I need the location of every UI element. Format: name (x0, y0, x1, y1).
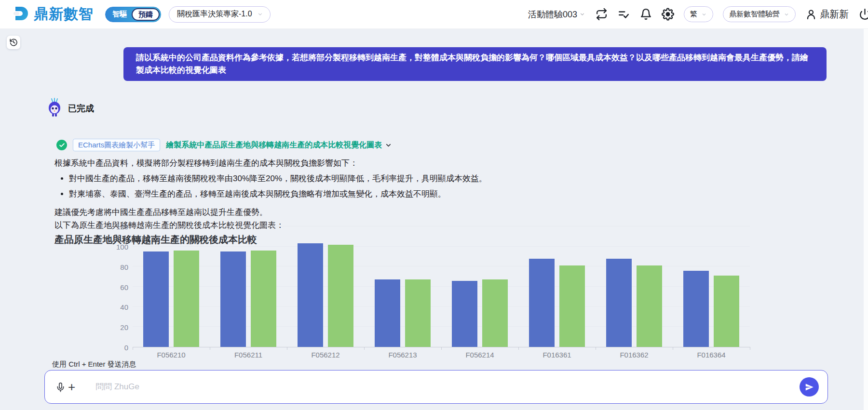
mode-toggle-left[interactable]: 智驅 (107, 10, 132, 19)
bar-blue-series[interactable] (529, 259, 555, 347)
bar-group (441, 226, 518, 347)
bar-group (287, 226, 364, 347)
x-axis-tick (441, 347, 442, 350)
send-button[interactable] (800, 377, 819, 397)
tasks-icon[interactable] (617, 8, 630, 21)
x-tick-label: F016362 (596, 351, 673, 359)
bar-blue-series[interactable] (375, 279, 400, 347)
bar-green-series[interactable] (714, 276, 739, 347)
assistant-status-row: 已完成 (46, 98, 94, 119)
brand-logo[interactable]: 鼎新數智 (13, 4, 94, 24)
x-tick-label: F016361 (518, 351, 596, 359)
y-tick-label: 0 (124, 344, 128, 352)
x-axis-tick (210, 347, 210, 350)
bar-blue-series[interactable] (220, 251, 246, 347)
x-tick-label: F056214 (441, 351, 518, 359)
bar-green-series[interactable] (637, 265, 662, 347)
bar-group (133, 226, 210, 347)
answer-intro: 根據系統中產品資料，模擬將部分製程移轉到越南生產的成本與關稅負擔影響如下： (54, 157, 787, 169)
header-right-group: 活動體驗003 繁 鼎新數智體驗營 (528, 6, 868, 22)
power-icon[interactable] (858, 8, 868, 21)
answer-suggestion: 建議優先考慮將中國生產產品移轉至越南以提升生產優勢。 (54, 206, 787, 218)
chart-x-axis: F056210F056211F056212F056213F056214F0163… (133, 351, 750, 359)
y-tick-label: 60 (120, 283, 128, 291)
workspace-dropdown[interactable]: 活動體驗003 (528, 9, 585, 20)
bar-blue-series[interactable] (143, 251, 169, 347)
message-composer[interactable]: + (44, 370, 828, 404)
user-menu[interactable]: 鼎新新 (805, 8, 849, 21)
bar-group (596, 226, 673, 347)
top-header: 鼎新數智 智驅 預鑄 關稅匯率決策專家-1.0 活動體驗003 (0, 0, 868, 29)
bar-green-series[interactable] (174, 251, 199, 347)
answer-bullet: 對中國生產的產品，移轉至越南後關稅稅率由30%降至20%，關稅後成本明顯降低，毛… (69, 172, 787, 185)
answer-bullets: 對中國生產的產品，移轉至越南後關稅稅率由30%降至20%，關稅後成本明顯降低，毛… (69, 172, 787, 200)
brand-logo-icon (13, 5, 30, 24)
history-icon (9, 38, 18, 47)
bar-blue-series[interactable] (298, 243, 323, 347)
agent-select-label: 關稅匯率決策專家-1.0 (177, 9, 252, 19)
send-icon (805, 383, 814, 392)
bell-icon[interactable] (639, 8, 652, 21)
x-axis-tick (287, 347, 287, 350)
mode-toggle-right[interactable]: 預鑄 (132, 8, 160, 21)
app-root: 鼎新數智 智驅 預鑄 關稅匯率決策專家-1.0 活動體驗003 (0, 0, 868, 410)
workspace-label: 活動體驗003 (528, 9, 577, 20)
bar-green-series[interactable] (482, 279, 508, 347)
bar-green-series[interactable] (559, 265, 585, 347)
bar-green-series[interactable] (405, 279, 431, 347)
chart-plot[interactable] (133, 226, 750, 347)
x-tick-label: F056210 (133, 351, 210, 359)
x-tick-label: F056211 (210, 351, 287, 359)
user-question-banner: 請以系統中的公司產品資料作為參考依據，若想將部分製程移轉到越南生產，對整體成本與… (123, 47, 827, 81)
x-tick-label: F056213 (364, 351, 441, 359)
bar-group (210, 226, 287, 347)
x-axis-tick (133, 347, 133, 350)
chevron-down-icon (701, 12, 707, 17)
agent-select-dropdown[interactable]: 關稅匯率決策專家-1.0 (169, 6, 271, 23)
composer-hint: 使用 Ctrl + Enter 發送消息 (52, 360, 136, 369)
repeat-icon[interactable] (595, 8, 608, 21)
language-label: 繁 (690, 10, 697, 19)
bar-blue-series[interactable] (683, 271, 709, 347)
bar-blue-series[interactable] (452, 281, 477, 347)
language-dropdown[interactable]: 繁 (684, 6, 713, 22)
bar-green-series[interactable] (328, 245, 353, 347)
status-label: 已完成 (68, 103, 94, 114)
answer-bullet: 對柬埔寨、泰國、臺灣生產的產品，移轉至越南後成本與關稅負擔略有增加或無變化，成本… (69, 188, 787, 200)
org-label: 鼎新數智體驗營 (729, 10, 780, 19)
x-axis-tick (518, 347, 519, 350)
history-button[interactable] (7, 36, 20, 49)
x-axis-tick (364, 347, 365, 350)
chevron-down-icon (257, 11, 263, 17)
brand-name: 鼎新數智 (34, 4, 94, 24)
bar-green-series[interactable] (251, 251, 276, 347)
mic-icon[interactable] (54, 380, 67, 394)
mode-toggle[interactable]: 智驅 預鑄 (105, 7, 161, 22)
y-tick-label: 40 (120, 303, 128, 311)
org-dropdown[interactable]: 鼎新數智體驗營 (723, 6, 796, 22)
y-tick-label: 80 (120, 263, 128, 271)
person-icon (805, 9, 817, 20)
x-tick-label: F056212 (287, 351, 364, 359)
chevron-down-icon (784, 12, 789, 17)
bar-blue-series[interactable] (606, 259, 632, 347)
chevron-down-icon (579, 11, 585, 17)
gear-icon[interactable] (662, 8, 674, 21)
x-tick-label: F016364 (673, 351, 750, 359)
assistant-avatar (46, 98, 63, 119)
chat-input[interactable] (95, 382, 800, 392)
y-tick-label: 20 (120, 323, 128, 331)
x-axis-tick (596, 347, 596, 350)
user-name: 鼎新新 (820, 8, 849, 21)
x-axis-tick (673, 347, 673, 350)
x-axis-tick (750, 347, 750, 350)
scrollbar[interactable] (864, 29, 868, 410)
bar-group (364, 226, 441, 347)
bar-group (673, 226, 750, 347)
bar-group (518, 226, 596, 347)
plus-icon[interactable]: + (68, 381, 75, 393)
